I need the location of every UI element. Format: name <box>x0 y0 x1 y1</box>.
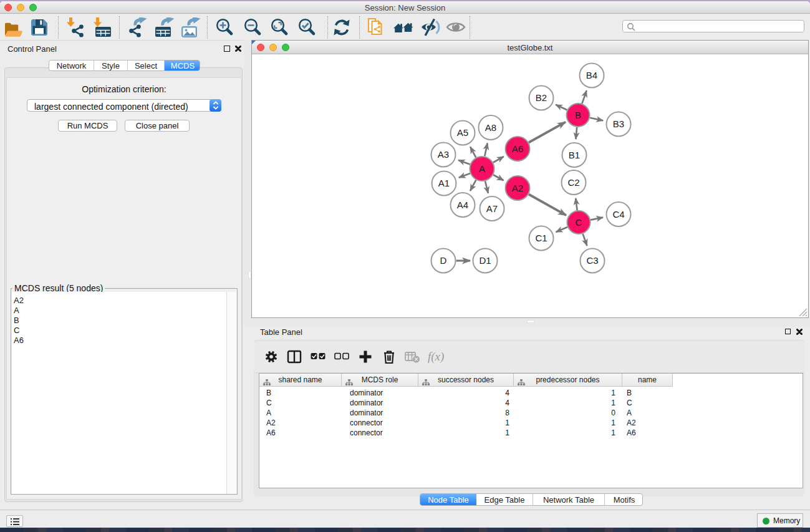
svg-text:A7: A7 <box>486 203 498 214</box>
svg-text:A: A <box>479 163 485 174</box>
svg-text:A1: A1 <box>438 178 450 188</box>
svg-text:B4: B4 <box>586 70 597 80</box>
svg-text:C: C <box>576 217 582 228</box>
svg-text:D1: D1 <box>479 255 491 266</box>
svg-text:C3: C3 <box>586 255 598 266</box>
svg-text:A6: A6 <box>512 143 523 154</box>
svg-text:A2: A2 <box>512 183 523 193</box>
svg-text:B1: B1 <box>569 150 580 160</box>
svg-text:A5: A5 <box>457 127 468 138</box>
svg-text:D: D <box>440 255 447 266</box>
svg-text:A8: A8 <box>485 122 496 133</box>
svg-text:C4: C4 <box>612 209 624 220</box>
svg-text:A3: A3 <box>438 149 449 160</box>
svg-text:C2: C2 <box>567 177 579 188</box>
svg-text:C1: C1 <box>535 233 547 243</box>
svg-text:B: B <box>575 110 581 120</box>
svg-text:B2: B2 <box>536 92 547 103</box>
svg-text:B3: B3 <box>613 118 624 129</box>
svg-text:A4: A4 <box>457 200 468 210</box>
